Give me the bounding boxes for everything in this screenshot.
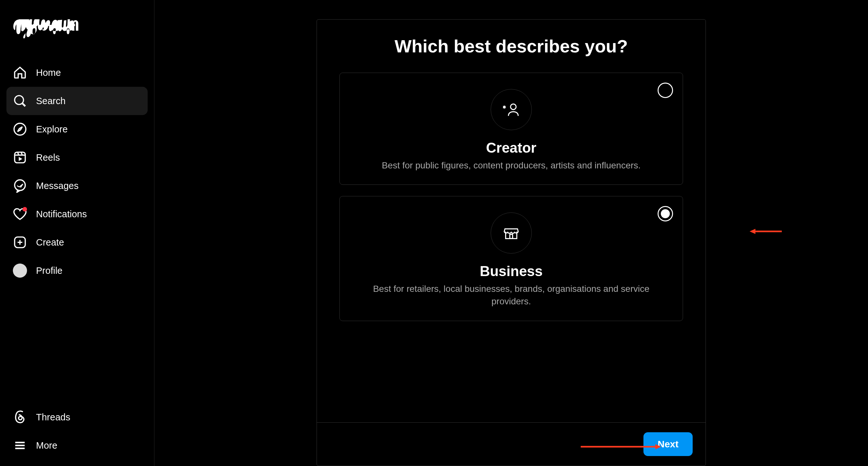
instagram-logo[interactable] — [6, 13, 148, 52]
instagram-wordmark-icon — [13, 19, 81, 39]
svg-point-16 — [510, 104, 516, 109]
svg-point-2 — [14, 124, 26, 135]
menu-icon — [13, 438, 27, 453]
svg-marker-8 — [19, 157, 22, 161]
main-content: Which best describes you? Creator Best f… — [154, 0, 868, 466]
option-description: Best for public figures, content produce… — [366, 159, 656, 172]
nav-item-reels[interactable]: Reels — [6, 143, 148, 172]
nav-item-create[interactable]: Create — [6, 228, 148, 257]
dialog-title: Which best describes you? — [339, 36, 683, 57]
dialog-footer: Next — [317, 422, 706, 466]
dialog-body: Which best describes you? Creator Best f… — [317, 20, 706, 345]
plus-icon — [13, 235, 27, 249]
nav-label: Home — [36, 67, 61, 78]
nav-item-profile[interactable]: Profile — [6, 257, 148, 285]
nav-item-more[interactable]: More — [6, 431, 148, 460]
nav-list: Home Search Explore Reels Messages — [6, 59, 148, 285]
nav-label: Reels — [36, 152, 60, 163]
option-creator[interactable]: Creator Best for public figures, content… — [339, 73, 683, 185]
svg-point-0 — [15, 96, 24, 105]
nav-label: Create — [36, 237, 64, 248]
home-icon — [13, 66, 27, 80]
nav-label: Messages — [36, 180, 79, 191]
account-type-dialog: Which best describes you? Creator Best f… — [317, 19, 706, 466]
search-icon — [13, 94, 27, 108]
next-button[interactable]: Next — [644, 432, 693, 456]
svg-line-1 — [22, 103, 25, 106]
nav-label: More — [36, 440, 57, 451]
reels-icon — [13, 151, 27, 165]
compass-icon — [13, 122, 27, 136]
nav-label: Threads — [36, 412, 70, 423]
option-title: Creator — [352, 140, 670, 156]
nav-label: Search — [36, 96, 66, 106]
radio-business[interactable] — [658, 206, 673, 222]
radio-creator[interactable] — [658, 82, 673, 98]
svg-point-9 — [15, 180, 25, 191]
threads-icon — [13, 410, 27, 424]
sidebar: Home Search Explore Reels Messages — [0, 0, 154, 466]
option-title: Business — [352, 263, 670, 279]
avatar — [13, 264, 27, 278]
option-business[interactable]: Business Best for retailers, local busin… — [339, 196, 683, 321]
notification-dot — [23, 207, 27, 211]
business-icon — [491, 212, 532, 254]
nav-item-notifications[interactable]: Notifications — [6, 200, 148, 228]
nav-item-threads[interactable]: Threads — [6, 403, 148, 431]
nav-label: Notifications — [36, 209, 87, 220]
svg-rect-4 — [15, 152, 25, 163]
nav-item-messages[interactable]: Messages — [6, 172, 148, 200]
nav-label: Explore — [36, 124, 68, 135]
svg-marker-3 — [18, 127, 23, 132]
svg-rect-17 — [510, 235, 513, 239]
messages-icon — [13, 179, 27, 193]
nav-item-explore[interactable]: Explore — [6, 115, 148, 143]
nav-item-home[interactable]: Home — [6, 59, 148, 87]
heart-icon — [13, 207, 27, 221]
nav-label: Profile — [36, 265, 62, 276]
nav-item-search[interactable]: Search — [6, 87, 148, 115]
bottom-nav: Threads More — [6, 403, 148, 460]
creator-icon — [491, 89, 532, 130]
option-description: Best for retailers, local businesses, br… — [366, 282, 656, 307]
